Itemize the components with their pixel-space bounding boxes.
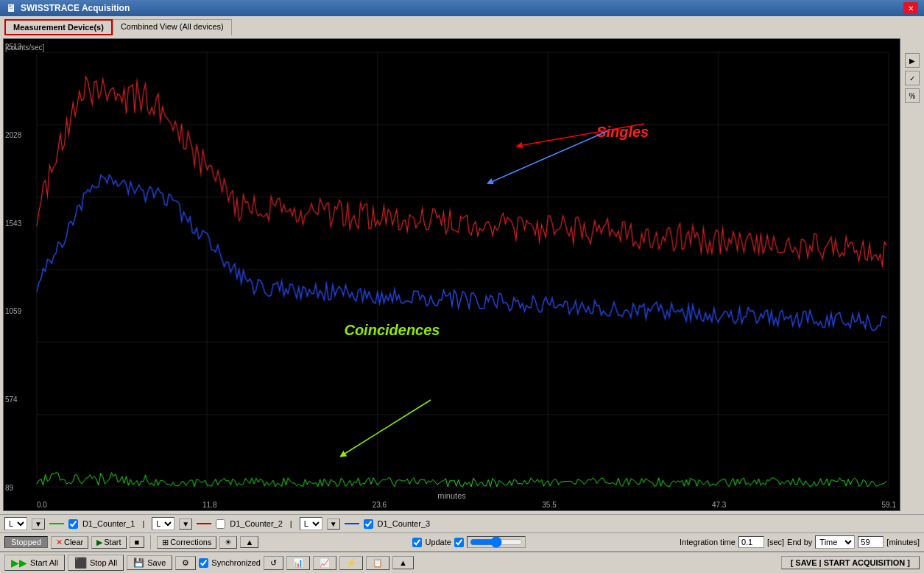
tool3-icon: ⚡ — [346, 558, 356, 568]
save-icon: 💾 — [133, 558, 144, 568]
start-all-icon: ▶▶ — [11, 557, 27, 569]
app-icon: 🖥 — [6, 2, 16, 14]
update2-checkbox[interactable] — [454, 538, 464, 547]
tool4-button[interactable]: 📋 — [366, 556, 389, 570]
brightness-button[interactable]: ☀ — [219, 536, 237, 549]
x-label-59: 59.1 — [881, 501, 895, 509]
brightness-icon: ☀ — [225, 538, 232, 547]
coincidences-label: Coincidences — [344, 322, 440, 339]
x-label-47: 47.3 — [712, 501, 726, 509]
chart-panel: [counts/sec] 2513 2028 1543 1059 574 89 … — [3, 38, 900, 511]
x-label-35: 35.5 — [542, 501, 556, 509]
end-by-label: End by — [787, 538, 812, 546]
content-area: [counts/sec] 2513 2028 1543 1059 574 89 … — [0, 35, 924, 514]
tab-measurement-devices[interactable]: Measurement Device(s) — [4, 19, 113, 35]
y-axis-labels: 2513 2028 1543 1059 574 89 — [5, 39, 21, 510]
legend-item-2 — [197, 523, 211, 524]
legend-item-3 — [345, 523, 359, 524]
y-label-574: 574 — [5, 396, 21, 404]
counter1-checkbox[interactable] — [68, 519, 78, 529]
y-label-2513: 2513 — [5, 43, 21, 51]
bottom-toolbar: ▶▶ Start All ⬛ Stop All 💾 Save ⚙ Synchro… — [0, 551, 924, 573]
legend-controls-bar: L ▼ D1_Counter_1 | L ▼ D1_Counter_2 | L … — [0, 514, 924, 532]
sep1: | — [142, 519, 144, 528]
x-label-23: 23.6 — [373, 501, 387, 509]
tool1-icon: 📊 — [293, 558, 303, 568]
acquisition-button[interactable]: [ SAVE | START ACQUISITION ] — [781, 556, 920, 569]
counter2-mode-select[interactable]: L — [152, 517, 174, 530]
y-label-1543: 1543 — [5, 219, 21, 228]
counter3-label: D1_Counter_3 — [378, 519, 431, 528]
update-label: Update — [425, 538, 451, 546]
right-panel: ▶ ✓ % — [903, 38, 921, 511]
legend-color-2 — [197, 523, 211, 524]
slider-track — [467, 536, 526, 548]
stop-button[interactable]: ■ — [130, 536, 145, 548]
arrow-up-icon: ▲ — [245, 538, 253, 546]
tab-combined-view[interactable]: Combined View (All devices) — [113, 19, 232, 35]
end-by-select[interactable]: Time Count — [815, 535, 855, 549]
integration-time-input[interactable] — [738, 536, 764, 548]
start-button[interactable]: ▶ Start — [91, 536, 126, 549]
counter1-mode-select[interactable]: L — [4, 517, 27, 530]
tool2-button[interactable]: 📈 — [313, 556, 336, 570]
tool3-button[interactable]: ⚡ — [339, 556, 363, 570]
refresh-button[interactable]: ↺ — [264, 556, 283, 570]
arrow-up2-button[interactable]: ▲ — [392, 556, 414, 569]
legend-item-1 — [49, 523, 64, 524]
singles-label: Singles — [596, 124, 649, 141]
clear-label: Clear — [64, 538, 83, 546]
counter3-mode-select[interactable]: L — [300, 517, 322, 530]
synchronized-label: Synchronized — [211, 558, 261, 567]
y-label-2028: 2028 — [5, 131, 21, 139]
counter1-dropdown-btn[interactable]: ▼ — [32, 518, 45, 530]
refresh-icon: ↺ — [270, 558, 277, 568]
start-play-icon: ▶ — [96, 538, 102, 547]
counter3-dropdown-btn[interactable]: ▼ — [327, 518, 340, 530]
x-axis-labels: 0.0 11.8 23.6 35.5 47.3 59.1 — [33, 499, 900, 510]
counter3-checkbox[interactable] — [364, 519, 373, 529]
sep2: | — [290, 519, 292, 528]
x-label-0: 0.0 — [37, 501, 47, 509]
arrow-up2-icon: ▲ — [399, 558, 407, 567]
legend-color-1 — [49, 523, 64, 524]
sec-label: [sec] — [767, 538, 784, 546]
status-bar: Stopped ✕ Clear ▶ Start ■ ⊞ Corrections … — [0, 532, 924, 551]
x-label-11: 11.8 — [202, 501, 216, 509]
tool1-button[interactable]: 📊 — [286, 556, 310, 570]
start-all-button[interactable]: ▶▶ Start All — [4, 555, 65, 571]
slider-control[interactable] — [470, 536, 523, 548]
update-checkbox[interactable] — [412, 538, 422, 547]
synchronized-checkbox[interactable] — [199, 558, 208, 568]
counter2-label: D1_Counter_2 — [230, 519, 283, 528]
start-all-label: Start All — [30, 558, 58, 567]
clear-button[interactable]: ✕ Clear — [51, 536, 88, 549]
clear-x-icon: ✕ — [56, 538, 63, 547]
right-btn-2[interactable]: ✓ — [905, 71, 920, 85]
close-button[interactable]: ✕ — [903, 2, 918, 14]
counter2-dropdown-btn[interactable]: ▼ — [179, 518, 192, 530]
y-label-1059: 1059 — [5, 307, 21, 315]
right-btn-1[interactable]: ▶ — [905, 53, 920, 68]
stop-all-icon: ⬛ — [74, 557, 87, 569]
tool4-icon: 📋 — [373, 558, 383, 568]
right-btn-3[interactable]: % — [905, 88, 920, 103]
arrow-up-button[interactable]: ▲ — [240, 536, 258, 548]
main-container: Measurement Device(s) Combined View (All… — [0, 16, 924, 573]
sync-settings-button[interactable]: ⚙ — [175, 556, 196, 570]
save-button[interactable]: 💾 Save — [127, 555, 172, 570]
start-label: Start — [104, 538, 121, 546]
stop-all-label: Stop All — [90, 558, 117, 567]
counter2-checkbox[interactable] — [216, 519, 225, 529]
stop-all-button[interactable]: ⬛ Stop All — [68, 555, 124, 571]
window-title: SWISSTRACE Acquisition — [21, 3, 130, 13]
minutes-input[interactable] — [858, 536, 884, 548]
corrections-button[interactable]: ⊞ Corrections — [157, 536, 216, 549]
stop-icon: ■ — [135, 538, 140, 546]
counter1-label: D1_Counter_1 — [82, 519, 135, 528]
sep-v-1 — [150, 535, 151, 549]
integration-time-label: Integration time — [680, 538, 736, 546]
corrections-icon: ⊞ — [162, 538, 169, 547]
save-label: Save — [147, 558, 166, 567]
sync-icon: ⚙ — [182, 558, 189, 568]
